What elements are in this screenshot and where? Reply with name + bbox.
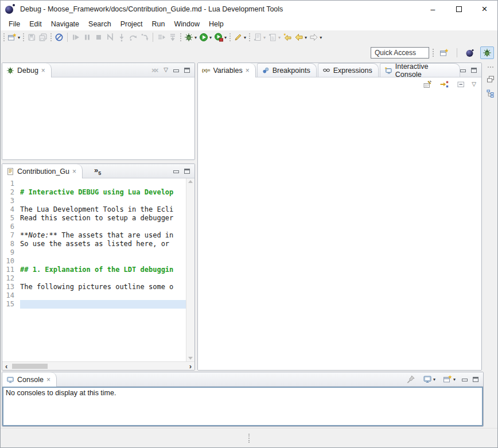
code-lines[interactable]: 12# Interactive DEBUG using Lua Develop3… <box>2 178 186 361</box>
code-line[interactable]: 6 <box>2 223 186 231</box>
trim-drag-handle[interactable] <box>488 67 493 68</box>
pin-console-button[interactable] <box>405 374 417 384</box>
show-type-names-button[interactable] <box>422 79 433 89</box>
close-icon[interactable]: × <box>246 67 250 74</box>
dropdown-icon[interactable]: ▾ <box>209 35 212 40</box>
tab-breakpoints[interactable]: Breakpoints <box>257 63 317 77</box>
remove-terminated-launches-icon[interactable]: ×× <box>151 67 158 74</box>
tab-expressions[interactable]: Expressions <box>318 63 379 77</box>
minimize-view-icon[interactable] <box>462 379 468 381</box>
code-line[interactable]: 1 <box>2 180 186 188</box>
status-drag-handle[interactable] <box>248 434 250 443</box>
quick-access-input[interactable] <box>371 47 429 59</box>
debug-button[interactable]: ▾ <box>183 32 198 42</box>
code-line[interactable]: 14 <box>2 291 186 300</box>
minimize-view-icon[interactable] <box>173 170 179 173</box>
code-line[interactable]: 9 <box>2 248 186 257</box>
window-minimize-button[interactable]: – <box>420 1 446 18</box>
toolbar-drag-handle[interactable] <box>180 33 181 41</box>
new-wizard-button[interactable]: ▾ <box>6 32 21 42</box>
scroll-up-icon[interactable] <box>188 180 193 183</box>
save-all-button[interactable] <box>37 32 49 42</box>
menu-search[interactable]: Search <box>84 19 116 29</box>
menu-project[interactable]: Project <box>116 19 147 29</box>
dropdown-icon[interactable]: ▾ <box>194 35 197 40</box>
last-edit-location-button[interactable] <box>282 32 293 42</box>
close-icon[interactable]: × <box>46 376 50 383</box>
maximize-view-icon[interactable] <box>473 377 478 382</box>
menu-window[interactable]: Window <box>170 19 204 29</box>
code-line[interactable]: 4The Lua Development Tools in the Ecli <box>2 205 186 214</box>
toolbar-drag-handle[interactable] <box>50 33 52 41</box>
code-line[interactable]: 5Read this section to setup a debugger <box>2 214 186 223</box>
use-step-filters-button[interactable] <box>155 32 167 42</box>
step-over-button[interactable] <box>127 32 139 42</box>
menu-file[interactable]: File <box>4 19 25 29</box>
step-return-button[interactable] <box>139 32 150 42</box>
window-close-button[interactable]: × <box>472 1 497 18</box>
terminate-button[interactable] <box>93 32 104 42</box>
scroll-left-icon[interactable]: ‹ <box>5 363 7 370</box>
next-annotation-button[interactable]: ▾ <box>252 32 267 42</box>
scroll-right-icon[interactable]: › <box>189 363 192 370</box>
step-into-button[interactable] <box>116 32 127 42</box>
code-line[interactable]: 15 <box>2 300 186 309</box>
debug-perspective-button[interactable] <box>480 46 494 59</box>
toolbar-drag-handle[interactable] <box>433 49 434 57</box>
tab-variables[interactable]: (x)= Variables × <box>198 63 256 77</box>
console-content[interactable]: No consoles to display at this time. <box>2 387 483 426</box>
run-button[interactable]: ▾ <box>198 32 213 42</box>
menu-help[interactable]: Help <box>204 19 228 29</box>
open-console-button[interactable]: ▾ <box>442 374 457 384</box>
toolbar-drag-handle[interactable] <box>249 33 250 41</box>
variables-view-content[interactable] <box>198 91 481 370</box>
outline-view-button[interactable] <box>485 88 496 99</box>
maximize-view-icon[interactable] <box>184 68 190 73</box>
debug-view-content[interactable] <box>2 77 194 159</box>
dropdown-icon[interactable]: ▾ <box>305 35 307 40</box>
view-menu-icon[interactable]: ▽ <box>164 67 168 73</box>
resume-button[interactable] <box>70 32 81 42</box>
open-perspective-button[interactable] <box>437 46 451 59</box>
window-maximize-button[interactable] <box>446 1 472 18</box>
dropdown-icon[interactable]: ▾ <box>278 35 281 40</box>
close-icon[interactable]: × <box>41 67 45 74</box>
collapse-all-button[interactable] <box>455 79 466 89</box>
restore-view-button[interactable] <box>485 74 496 84</box>
tab-interactive-console[interactable]: Interactive Console <box>380 63 460 77</box>
code-line[interactable]: 2# Interactive DEBUG using Lua Develop <box>2 188 186 197</box>
toolbar-drag-handle[interactable] <box>229 33 231 41</box>
dropdown-icon[interactable]: ▾ <box>263 35 266 40</box>
code-line[interactable]: 11## 1. Explanation of the LDT debuggin <box>2 266 186 274</box>
close-icon[interactable]: × <box>72 168 76 175</box>
dropdown-icon[interactable]: ▾ <box>433 377 435 382</box>
scroll-down-icon[interactable] <box>188 357 193 360</box>
code-line[interactable]: 13The following pictures outline some o <box>2 283 186 291</box>
toolbar-drag-handle[interactable] <box>23 33 24 41</box>
save-button[interactable] <box>26 32 37 42</box>
disconnect-button[interactable] <box>104 32 116 42</box>
view-menu-icon[interactable]: ▽ <box>472 81 476 87</box>
show-logical-structure-button[interactable] <box>438 79 450 89</box>
external-tools-button[interactable]: ▾ <box>232 32 247 42</box>
dropdown-icon[interactable]: ▾ <box>453 377 456 382</box>
hidden-editors-chevron[interactable]: »5 <box>94 166 101 176</box>
display-selected-console-button[interactable]: ▾ <box>422 374 437 384</box>
code-line[interactable]: 7**Note:** The assets that are used in <box>2 231 186 240</box>
forward-button[interactable]: ▾ <box>308 32 323 42</box>
editor-vertical-scrollbar[interactable] <box>186 178 194 361</box>
suspend-button[interactable] <box>81 32 93 42</box>
dropdown-icon[interactable]: ▾ <box>320 35 322 40</box>
minimize-view-icon[interactable] <box>173 69 179 72</box>
tab-debug[interactable]: Debug × <box>2 63 52 77</box>
code-line[interactable]: 8So use the assets as listed here, or <box>2 240 186 248</box>
dropdown-icon[interactable]: ▾ <box>244 35 246 40</box>
maximize-view-icon[interactable] <box>184 169 190 174</box>
editor-horizontal-scrollbar[interactable]: ‹ › <box>2 361 194 370</box>
back-button[interactable]: ▾ <box>293 32 308 42</box>
lua-perspective-button[interactable] <box>463 46 477 59</box>
menu-run[interactable]: Run <box>147 19 170 29</box>
maximize-view-icon[interactable] <box>471 68 477 73</box>
code-line[interactable]: 12 <box>2 274 186 283</box>
previous-annotation-button[interactable]: ▾ <box>267 32 282 42</box>
